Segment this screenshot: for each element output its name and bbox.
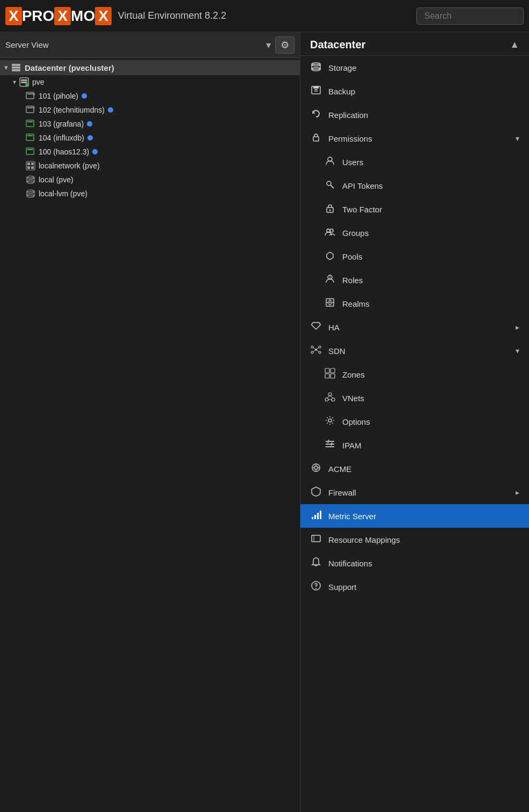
header: X PRO X MO X Virtual Environment 8.2.2 [0, 0, 529, 32]
server-view-label: Server View [5, 40, 266, 49]
vm-103-status-dot [87, 121, 92, 127]
tree-item-pve[interactable]: ▾ ✓ pve [0, 75, 300, 89]
sdn-arrow-icon: ▾ [516, 346, 519, 355]
svg-line-42 [330, 185, 334, 188]
svg-rect-20 [27, 149, 33, 150]
resource-mappings-label: Resource Mappings [328, 535, 400, 544]
svg-line-58 [313, 348, 315, 349]
svg-rect-25 [31, 166, 34, 169]
svg-line-69 [327, 396, 330, 398]
svg-line-70 [330, 396, 333, 398]
sidebar-item-options[interactable]: Options [300, 410, 529, 433]
sidebar-item-api-tokens[interactable]: API Tokens [300, 174, 529, 197]
svg-line-76 [328, 440, 329, 443]
datacenter-chevron: ▾ [4, 64, 8, 71]
roles-icon [324, 274, 336, 286]
tree: ▾ Datacenter (pvecluster) ▾ ✓ p [0, 58, 300, 203]
vm-icon-102 [26, 105, 35, 115]
ipam-icon [324, 439, 336, 452]
vm-icon-104 [26, 133, 35, 143]
svg-rect-22 [27, 163, 30, 165]
sidebar-item-storage[interactable]: Storage [300, 56, 529, 79]
realms-icon [324, 297, 336, 310]
server-view-dropdown-icon[interactable]: ▾ [266, 39, 271, 51]
sidebar-item-two-factor[interactable]: Two Factor [300, 197, 529, 221]
svg-rect-15 [26, 120, 34, 127]
sidebar-item-pools[interactable]: Pools [300, 245, 529, 268]
localnetwork-label: localnetwork (pve) [39, 161, 100, 170]
svg-text:🔒: 🔒 [33, 93, 35, 95]
svg-rect-86 [317, 513, 319, 519]
tree-item-101[interactable]: 🔒 101 (pihole) [0, 89, 300, 103]
vm-104-label: 104 (influxdb) [39, 134, 84, 142]
svg-point-46 [330, 229, 333, 232]
permissions-icon [310, 132, 322, 145]
acme-label: ACME [328, 464, 351, 474]
tree-item-localnetwork[interactable]: localnetwork (pve) [0, 159, 300, 173]
sidebar-item-backup[interactable]: Backup [300, 79, 529, 103]
realms-label: Realms [342, 299, 370, 308]
ipam-label: IPAM [342, 441, 362, 450]
sidebar-item-groups[interactable]: Groups [300, 221, 529, 245]
localnetwork-icon [26, 161, 35, 171]
panel-collapse-icon[interactable]: ▲ [510, 39, 519, 50]
sidebar-item-ha[interactable]: HA ▸ [300, 315, 529, 339]
svg-rect-62 [325, 368, 329, 373]
sidebar-item-vnets[interactable]: VNets [300, 386, 529, 410]
svg-point-72 [328, 419, 332, 422]
tree-item-100[interactable]: 100 (haos12.3) [0, 145, 300, 159]
right-panel: Datacenter ▲ Storage Backup [300, 32, 529, 812]
left-panel: Server View ▾ ⚙ ▾ Datacenter (pvecluster… [0, 32, 300, 812]
two-factor-label: Two Factor [342, 205, 382, 214]
svg-rect-19 [26, 148, 34, 154]
sidebar-item-firewall[interactable]: Firewall ▸ [300, 481, 529, 504]
users-label: Users [342, 158, 363, 167]
pve-label: pve [32, 78, 45, 86]
svg-rect-1 [12, 67, 20, 69]
svg-point-55 [319, 346, 321, 348]
sidebar-item-support[interactable]: Support [300, 575, 529, 599]
replication-label: Replication [328, 110, 368, 120]
logo-x-mid: X [54, 7, 71, 25]
datacenter-label: Datacenter (pvecluster) [25, 63, 114, 72]
sidebar-item-sdn[interactable]: SDN ▾ [300, 339, 529, 363]
svg-point-67 [325, 398, 328, 401]
tree-item-102[interactable]: 102 (technitiumdns) [0, 103, 300, 117]
sidebar-item-notifications[interactable]: Notifications [300, 551, 529, 575]
svg-rect-38 [314, 91, 318, 92]
sidebar-item-realms[interactable]: Realms [300, 292, 529, 315]
tree-item-104[interactable]: 104 (influxdb) [0, 131, 300, 145]
svg-rect-85 [314, 515, 316, 519]
sidebar-item-metric-server[interactable]: Metric Server [300, 504, 529, 528]
sidebar-item-zones[interactable]: Zones [300, 363, 529, 386]
sidebar-item-permissions[interactable]: Permissions ▾ [300, 127, 529, 150]
gear-button[interactable]: ⚙ [275, 36, 295, 54]
two-factor-icon [324, 203, 336, 216]
permissions-arrow-icon: ▾ [516, 134, 519, 143]
sidebar-item-resource-mappings[interactable]: Resource Mappings [300, 528, 529, 551]
api-tokens-label: API Tokens [342, 181, 383, 190]
vm-101-status-dot [82, 93, 87, 99]
svg-rect-18 [27, 135, 33, 136]
tree-item-103[interactable]: 103 (grafana) [0, 117, 300, 131]
sdn-icon [310, 344, 322, 357]
metric-server-label: Metric Server [328, 512, 376, 521]
tree-item-datacenter[interactable]: ▾ Datacenter (pvecluster) [0, 60, 300, 75]
sidebar-item-acme[interactable]: ACME [300, 457, 529, 481]
svg-rect-17 [26, 134, 34, 141]
tree-item-local[interactable]: local (pve) [0, 173, 300, 187]
pve-chevron: ▾ [13, 78, 16, 86]
tree-item-local-lvm[interactable]: local-lvm (pve) [0, 187, 300, 201]
sidebar-item-ipam[interactable]: IPAM [300, 433, 529, 457]
groups-label: Groups [342, 228, 369, 238]
search-input[interactable] [416, 8, 524, 25]
sidebar-item-roles[interactable]: Roles [300, 268, 529, 292]
support-label: Support [328, 582, 357, 592]
sidebar-item-users[interactable]: Users [300, 150, 529, 174]
sidebar-item-replication[interactable]: Replication [300, 103, 529, 127]
metric-server-icon [310, 510, 322, 522]
sidebar-menu: Storage Backup Replication [300, 56, 529, 812]
ha-icon [310, 321, 322, 334]
backup-label: Backup [328, 87, 355, 96]
svg-rect-9 [27, 93, 33, 94]
